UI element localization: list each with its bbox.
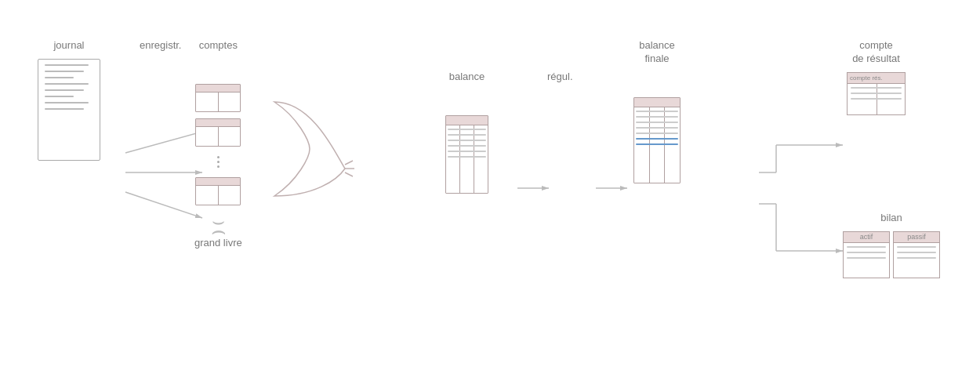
comptes-stage: comptes ⌣ — [194, 39, 242, 249]
compte-table-2-divider — [218, 127, 219, 146]
svg-line-1 — [125, 132, 202, 153]
arrows-svg — [0, 0, 980, 392]
balance-finale-stage: balance finale — [633, 39, 681, 183]
enregistr-label: enregistr. — [140, 39, 181, 53]
bft-header — [634, 98, 680, 107]
compte-table-3 — [195, 177, 241, 205]
comptes-section — [195, 84, 241, 205]
balance-table-rows — [448, 129, 486, 158]
brace-bottom: ⌢ — [211, 227, 225, 234]
journal-line-1 — [45, 64, 89, 66]
bft-rows — [636, 111, 678, 145]
bt-row-5 — [448, 151, 486, 152]
passif-rows — [897, 246, 936, 259]
compte-resultat-label: compte de résultat — [852, 39, 900, 66]
diagram-container: journal enregistr. comptes — [0, 0, 980, 392]
journal-line-2 — [45, 71, 84, 72]
cr-row-2 — [851, 93, 902, 94]
cr-row-3 — [851, 98, 902, 100]
bft-row-2 — [636, 116, 678, 118]
journal-line-6 — [45, 96, 74, 97]
compte-table-3-divider — [218, 186, 219, 205]
bt-row-2 — [448, 134, 486, 136]
cr-row-1 — [851, 87, 902, 89]
grand-livre-section: ⌣ ⌢ grand livre — [194, 213, 242, 249]
regul-stage: régul. — [547, 71, 573, 90]
compte-table-2 — [195, 118, 241, 147]
balance-finale-label: balance finale — [639, 39, 675, 66]
passif-row-3 — [897, 257, 936, 259]
actif-row-3 — [847, 257, 886, 259]
balance-label: balance — [449, 71, 485, 84]
grand-livre-label: grand livre — [194, 237, 242, 249]
compte-resultat-stage: compte de résultat compte rés. — [847, 39, 906, 115]
compte-table-1 — [195, 84, 241, 112]
compte-table-1-divider — [218, 93, 219, 111]
bft-row-5 — [636, 132, 678, 134]
journal-stage: journal — [38, 39, 100, 161]
funnel-svg — [267, 94, 361, 204]
svg-line-12 — [345, 161, 353, 165]
regul-label: régul. — [547, 71, 573, 84]
cr-rows — [851, 87, 902, 100]
dots-section — [217, 153, 220, 171]
actif-table: actif — [843, 231, 890, 278]
svg-line-14 — [345, 172, 353, 176]
cr-header: compte rés. — [848, 73, 905, 84]
balance-table-header — [446, 116, 488, 125]
compte-table-2-header — [196, 119, 240, 127]
journal-label: journal — [53, 39, 84, 53]
bt-row-4 — [448, 145, 486, 147]
dot-3 — [217, 165, 220, 168]
balance-table — [445, 115, 488, 194]
journal-line-3 — [45, 77, 74, 78]
passif-header: passif — [894, 232, 939, 243]
actif-row-1 — [847, 246, 886, 248]
dot-2 — [217, 161, 220, 163]
passif-row-1 — [897, 246, 936, 248]
dot-1 — [217, 156, 220, 158]
journal-line-5 — [45, 89, 84, 91]
balance-stage: balance — [445, 71, 488, 194]
bt-row-6 — [448, 156, 486, 158]
cr-table: compte rés. — [847, 72, 906, 115]
passif-row-2 — [897, 252, 936, 253]
journal-line-8 — [45, 108, 84, 110]
enregistr-stage: enregistr. — [140, 39, 181, 59]
journal-box — [38, 59, 100, 161]
journal-line-7 — [45, 102, 89, 103]
bft-row-1 — [636, 111, 678, 112]
bft-row-blue-1 — [636, 138, 678, 140]
svg-line-3 — [125, 192, 202, 218]
bt-row-1 — [448, 129, 486, 130]
funnel-section — [267, 94, 361, 206]
bilan-tables: actif passif — [843, 231, 940, 278]
passif-table: passif — [893, 231, 940, 278]
bilan-stage: bilan actif passif — [843, 212, 940, 278]
bft-row-4 — [636, 127, 678, 129]
compte-table-3-header — [196, 178, 240, 186]
bft-row-3 — [636, 122, 678, 123]
actif-rows — [847, 246, 886, 259]
comptes-label: comptes — [199, 39, 238, 53]
balance-finale-table — [633, 97, 681, 183]
actif-header: actif — [844, 232, 889, 243]
actif-row-2 — [847, 252, 886, 253]
bft-row-blue-2 — [636, 143, 678, 145]
bt-row-3 — [448, 140, 486, 141]
journal-line-4 — [45, 83, 89, 85]
compte-table-1-header — [196, 85, 240, 93]
bilan-label: bilan — [880, 212, 902, 225]
